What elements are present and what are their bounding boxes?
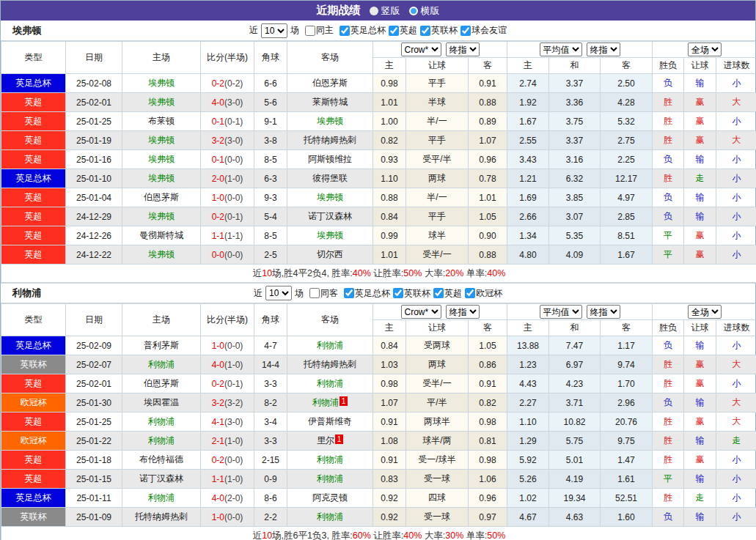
home-team[interactable]: 托特纳姆热刺 (122, 508, 201, 527)
view-mode-vertical[interactable]: 竖版 (370, 4, 400, 18)
league-filter[interactable]: 英足总杯 (341, 287, 390, 300)
league-checkbox[interactable] (393, 288, 403, 298)
league-filter[interactable]: 英足总杯 (337, 24, 386, 37)
match-date: 25-01-16 (66, 150, 122, 169)
match-score[interactable]: 1-1(1-0) (201, 470, 254, 489)
match-score[interactable]: 0-1(0-1) (201, 112, 254, 131)
home-team[interactable]: 伯恩茅斯 (122, 374, 201, 393)
match-score[interactable]: 0-1(0-0) (201, 150, 254, 169)
match-score[interactable]: 1-1(1-1) (201, 226, 254, 245)
away-team[interactable]: 利物浦 (287, 451, 373, 470)
match-score[interactable]: 3-2(3-2) (201, 393, 254, 413)
radio-unselected-icon[interactable] (409, 7, 418, 15)
same-venue-filter[interactable]: 同客 (307, 287, 338, 300)
match-score[interactable]: 1-0(0-0) (201, 336, 254, 355)
scope-select[interactable]: 全场 (688, 305, 722, 319)
away-team[interactable]: 利物浦1 (287, 393, 373, 413)
league-checkbox[interactable] (344, 288, 354, 298)
league-checkbox[interactable] (389, 26, 399, 36)
league-filter[interactable]: 英超 (430, 287, 462, 300)
home-team[interactable]: 利物浦 (122, 413, 201, 432)
result-goals: 走 (716, 432, 756, 451)
match-score[interactable]: 1-0(0-0) (201, 188, 254, 207)
final-index-select[interactable]: 终指 (446, 42, 480, 56)
match-score[interactable]: 0-0(0-0) (201, 245, 254, 265)
away-team[interactable]: 里尔1 (287, 432, 373, 451)
home-team[interactable]: 利物浦 (122, 432, 201, 451)
match-score[interactable]: 0-2(0-0) (201, 451, 254, 470)
home-team[interactable]: 埃因霍温 (122, 393, 201, 413)
final-index-select-2[interactable]: 终指 (587, 42, 620, 56)
away-team[interactable]: 埃弗顿 (287, 226, 373, 245)
league-checkbox[interactable] (433, 288, 444, 298)
away-team[interactable]: 伊普斯维奇 (287, 413, 373, 432)
home-team[interactable]: 布伦特福德 (122, 451, 201, 470)
away-team[interactable]: 利物浦 (287, 336, 373, 355)
away-team[interactable]: 切尔西 (287, 245, 373, 265)
view-mode-horizontal[interactable]: 横版 (409, 4, 440, 18)
league-filter[interactable]: 欧冠杯 (462, 287, 502, 300)
same-venue-checkbox[interactable] (309, 288, 320, 298)
bookmaker-select[interactable]: Crow* (401, 42, 441, 56)
match-count-select[interactable]: 10 (265, 286, 292, 300)
league-filter[interactable]: 英超 (386, 24, 417, 37)
same-venue-checkbox[interactable] (305, 26, 315, 36)
final-index-select[interactable]: 终指 (446, 305, 480, 319)
match-score[interactable]: 2-0(1-0) (201, 169, 254, 188)
league-checkbox[interactable] (465, 288, 475, 298)
league-checkbox[interactable] (340, 26, 350, 36)
league-filter[interactable]: 球会友谊 (458, 24, 507, 37)
away-team[interactable]: 埃弗顿 (287, 188, 373, 207)
match-score[interactable]: 0-2(0-1) (201, 207, 254, 226)
home-team[interactable]: 埃弗顿 (122, 93, 201, 112)
league-filter[interactable]: 英联杯 (390, 287, 430, 300)
home-team[interactable]: 埃弗顿 (122, 74, 201, 93)
same-venue-filter[interactable]: 同主 (302, 24, 334, 37)
final-index-select-2[interactable]: 终指 (587, 305, 620, 319)
home-team[interactable]: 埃弗顿 (122, 207, 201, 226)
match-score[interactable]: 2-1(1-0) (201, 432, 254, 451)
average-select[interactable]: 平均值 (540, 42, 582, 56)
match-score[interactable]: 4-0(1-0) (201, 355, 254, 374)
bookmaker-select[interactable]: Crow* (401, 305, 441, 319)
away-team[interactable]: 埃弗顿 (287, 112, 373, 131)
away-team[interactable]: 利物浦 (287, 470, 373, 489)
away-team[interactable]: 阿斯顿维拉 (287, 150, 373, 169)
away-team[interactable]: 莱斯特城 (287, 93, 373, 112)
league-checkbox[interactable] (460, 26, 471, 36)
match-score[interactable]: 0-2(0-1) (201, 374, 254, 393)
corner-count: 5-4 (254, 207, 287, 226)
match-score[interactable]: 4-1(3-0) (201, 413, 254, 432)
away-team[interactable]: 阿克灵顿 (287, 489, 373, 508)
radio-selected-icon[interactable] (370, 7, 378, 15)
home-team[interactable]: 埃弗顿 (122, 245, 201, 265)
away-team[interactable]: 利物浦 (287, 508, 373, 527)
home-team[interactable]: 伯恩茅斯 (122, 188, 201, 207)
match-score[interactable]: 3-2(3-0) (201, 131, 254, 150)
home-team[interactable]: 布莱顿 (122, 112, 201, 131)
away-team[interactable]: 伯恩茅斯 (287, 74, 373, 93)
home-team[interactable]: 利物浦 (122, 355, 201, 374)
match-count-select[interactable]: 10 (261, 23, 287, 38)
match-score[interactable]: 4-0(3-0) (201, 93, 254, 112)
home-team[interactable]: 诺丁汉森林 (122, 470, 201, 489)
home-team[interactable]: 埃弗顿 (122, 169, 201, 188)
average-select[interactable]: 平均值 (540, 305, 582, 319)
league-checkbox[interactable] (420, 26, 430, 36)
away-team[interactable]: 托特纳姆热刺 (287, 131, 373, 150)
league-filter[interactable]: 英联杯 (417, 24, 458, 37)
match-score[interactable]: 1-0(0-0) (201, 508, 254, 527)
home-team[interactable]: 埃弗顿 (122, 131, 201, 150)
away-team[interactable]: 托特纳姆热刺 (287, 355, 373, 374)
home-team[interactable]: 利物浦 (122, 489, 201, 508)
away-team[interactable]: 彼得堡联 (287, 169, 373, 188)
away-team[interactable]: 诺丁汉森林 (287, 207, 373, 226)
avg-draw-odds: 4.09 (549, 245, 601, 265)
home-team[interactable]: 曼彻斯特城 (122, 226, 201, 245)
match-score[interactable]: 0-2(0-2) (201, 74, 254, 93)
away-team[interactable]: 利物浦 (287, 374, 373, 393)
match-score[interactable]: 4-0(2-0) (201, 489, 254, 508)
home-team[interactable]: 埃弗顿 (122, 150, 201, 169)
scope-select[interactable]: 全场 (688, 42, 722, 56)
home-team[interactable]: 普利茅斯 (122, 336, 201, 355)
